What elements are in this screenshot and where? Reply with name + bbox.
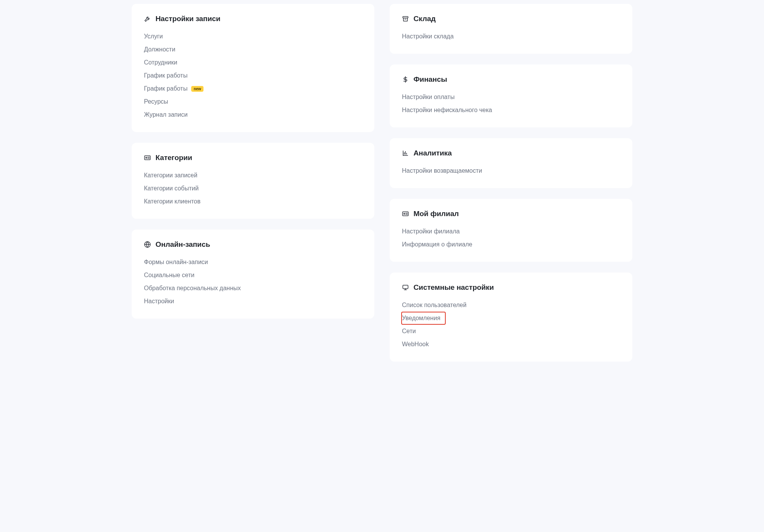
card-header: Склад xyxy=(402,15,620,23)
settings-link[interactable]: График работыnew xyxy=(144,82,362,95)
card-title: Склад xyxy=(413,15,436,23)
settings-link-label: Сотрудники xyxy=(144,59,177,66)
card-title: Настройки записи xyxy=(155,15,220,23)
settings-link-label: Социальные сети xyxy=(144,272,194,279)
settings-link[interactable]: Категории событий xyxy=(144,182,362,195)
card-icon xyxy=(144,154,151,161)
settings-link[interactable]: Настройки склада xyxy=(402,30,620,43)
svg-point-15 xyxy=(404,213,405,215)
settings-link-label: График работы xyxy=(144,72,187,79)
settings-link-label: Настройки филиала xyxy=(402,228,460,235)
card-list: Настройки возвращаемости xyxy=(402,164,620,177)
settings-link[interactable]: WebHook xyxy=(402,338,620,351)
chart-icon xyxy=(402,150,409,157)
svg-point-1 xyxy=(146,157,147,159)
card-list: Формы онлайн-записиСоциальные сетиОбрабо… xyxy=(144,256,362,308)
settings-link-label: Услуги xyxy=(144,33,163,40)
settings-link-label: Настройки xyxy=(144,298,174,305)
settings-link[interactable]: Категории записей xyxy=(144,169,362,182)
settings-card-system-settings: Системные настройкиСписок пользователейУ… xyxy=(390,273,632,362)
card-header: Настройки записи xyxy=(144,15,362,23)
settings-link[interactable]: Сети xyxy=(402,325,620,338)
settings-card-categories: КатегорииКатегории записейКатегории собы… xyxy=(132,143,374,219)
settings-link-label: Обработка персональных данных xyxy=(144,285,241,292)
settings-card-analytics: АналитикаНастройки возвращаемости xyxy=(390,138,632,188)
settings-link[interactable]: Настройки оплаты xyxy=(402,91,620,104)
settings-card-booking-settings: Настройки записиУслугиДолжностиСотрудник… xyxy=(132,4,374,132)
settings-link[interactable]: Журнал записи xyxy=(144,108,362,121)
card-list: УслугиДолжностиСотрудникиГрафик работыГр… xyxy=(144,30,362,121)
settings-link-label: Категории записей xyxy=(144,172,197,179)
settings-link-label: Должности xyxy=(144,46,175,53)
card-icon xyxy=(402,210,409,217)
settings-link[interactable]: Список пользователей xyxy=(402,299,620,312)
dollar-icon xyxy=(402,76,409,83)
monitor-icon xyxy=(402,284,409,291)
settings-link-label: Информация о филиале xyxy=(402,241,472,248)
card-list: Настройки оплатыНастройки нефискального … xyxy=(402,91,620,117)
settings-link-label: Формы онлайн-записи xyxy=(144,259,208,266)
settings-link-label: Настройки нефискального чека xyxy=(402,107,492,114)
card-title: Финансы xyxy=(413,75,447,84)
settings-link-label: Сети xyxy=(402,328,416,335)
settings-link-label: Категории клиентов xyxy=(144,198,200,205)
card-title: Мой филиал xyxy=(413,210,459,218)
svg-rect-18 xyxy=(403,285,408,289)
card-header: Аналитика xyxy=(402,149,620,157)
settings-link-label: Список пользователей xyxy=(402,302,466,309)
settings-link[interactable]: Должности xyxy=(144,43,362,56)
settings-link-label: Уведомления xyxy=(402,315,440,322)
card-list: Настройки склада xyxy=(402,30,620,43)
settings-link-label: Настройки склада xyxy=(402,33,454,40)
settings-card-online-booking: Онлайн-записьФормы онлайн-записиСоциальн… xyxy=(132,230,374,319)
card-header: Финансы xyxy=(402,75,620,84)
card-header: Категории xyxy=(144,154,362,162)
left-column: Настройки записиУслугиДолжностиСотрудник… xyxy=(132,4,374,362)
card-header: Системные настройки xyxy=(402,283,620,292)
card-header: Онлайн-запись xyxy=(144,240,362,249)
settings-card-my-branch: Мой филиалНастройки филиалаИнформация о … xyxy=(390,199,632,262)
settings-link[interactable]: Услуги xyxy=(144,30,362,43)
card-list: Настройки филиалаИнформация о филиале xyxy=(402,225,620,251)
settings-link[interactable]: Настройки возвращаемости xyxy=(402,164,620,177)
settings-link[interactable]: Настройки xyxy=(144,295,362,308)
wrench-icon xyxy=(144,15,151,22)
settings-link-label: Настройки оплаты xyxy=(402,94,455,101)
settings-link-label: WebHook xyxy=(402,341,429,348)
settings-layout: Настройки записиУслугиДолжностиСотрудник… xyxy=(129,4,635,362)
card-title: Аналитика xyxy=(413,149,452,157)
settings-card-finance: ФинансыНастройки оплатыНастройки нефиска… xyxy=(390,64,632,127)
settings-link[interactable]: Настройки нефискального чека xyxy=(402,104,620,117)
archive-icon xyxy=(402,15,409,22)
svg-rect-6 xyxy=(403,17,408,18)
settings-link[interactable]: Настройки филиала xyxy=(402,225,620,238)
settings-link[interactable]: Категории клиентов xyxy=(144,195,362,208)
settings-link[interactable]: Сотрудники xyxy=(144,56,362,69)
settings-link[interactable]: График работы xyxy=(144,69,362,82)
settings-link[interactable]: Уведомления xyxy=(401,312,446,325)
settings-link-label: Настройки возвращаемости xyxy=(402,167,482,174)
card-header: Мой филиал xyxy=(402,210,620,218)
settings-link-label: График работы xyxy=(144,85,187,92)
settings-card-warehouse: СкладНастройки склада xyxy=(390,4,632,54)
settings-link-label: Журнал записи xyxy=(144,111,188,118)
card-title: Онлайн-запись xyxy=(155,240,210,249)
card-list: Категории записейКатегории событийКатего… xyxy=(144,169,362,208)
settings-link[interactable]: Социальные сети xyxy=(144,269,362,282)
card-list: Список пользователейУведомленияСетиWebHo… xyxy=(402,299,620,351)
settings-link[interactable]: Ресурсы xyxy=(144,95,362,108)
new-badge: new xyxy=(191,86,203,92)
card-title: Системные настройки xyxy=(413,283,494,292)
settings-link-label: Категории событий xyxy=(144,185,198,192)
settings-link[interactable]: Информация о филиале xyxy=(402,238,620,251)
card-title: Категории xyxy=(155,154,192,162)
settings-link[interactable]: Формы онлайн-записи xyxy=(144,256,362,269)
settings-link[interactable]: Обработка персональных данных xyxy=(144,282,362,295)
settings-link-label: Ресурсы xyxy=(144,98,168,105)
globe-icon xyxy=(144,241,151,248)
right-column: СкладНастройки складаФинансыНастройки оп… xyxy=(390,4,632,362)
